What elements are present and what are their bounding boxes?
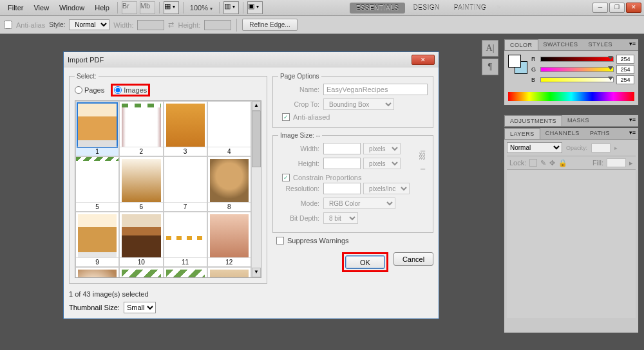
tab-layers[interactable]: LAYERS — [504, 128, 540, 139]
is-width-input — [323, 143, 361, 154]
g-label: G — [531, 66, 538, 73]
height-label: Height: — [178, 21, 200, 29]
panel-menu-icon[interactable]: ▾≡ — [627, 115, 638, 126]
dialog-title: Import PDF — [68, 56, 104, 64]
tab-swatches[interactable]: SWATCHES — [538, 39, 583, 50]
mode-label: Mode: — [278, 199, 319, 207]
fg-color-swatch[interactable] — [508, 55, 521, 68]
is-height-unit: pixels — [363, 158, 401, 169]
constrain-checkbox: ✓ — [282, 174, 290, 181]
menubar: Filter View Window Help Br Mb ▦ 100% ▥ ▣… — [0, 0, 644, 16]
color-panel: COLOR SWATCHES STYLES ▾≡ R 254 G 254 B 2… — [504, 39, 639, 106]
thumb-11[interactable]: 11 — [164, 212, 207, 267]
style-select[interactable]: Normal — [69, 19, 109, 30]
lock-move-icon[interactable]: ✥ — [549, 159, 555, 167]
b-value[interactable]: 254 — [616, 75, 634, 84]
crop-select: Bounding Box — [323, 98, 394, 110]
workspace-painting[interactable]: PAINTING — [448, 3, 493, 14]
select-legend: Select: — [75, 73, 99, 80]
zoom-level[interactable]: 100% — [190, 4, 213, 12]
lock-brush-icon[interactable]: ✎ — [540, 159, 546, 167]
tab-masks[interactable]: MASKS — [562, 115, 594, 126]
thumb-3[interactable]: 3 — [164, 101, 207, 156]
thumb-2[interactable]: 2 — [119, 101, 163, 156]
dialog-titlebar[interactable]: Import PDF ✕ — [64, 52, 439, 68]
window-close-button[interactable]: ✕ — [626, 3, 641, 13]
radio-pages[interactable]: Pages — [75, 86, 104, 94]
antialias-checkbox[interactable] — [4, 21, 12, 29]
suppress-label: Suppress Warnings — [287, 237, 349, 244]
radio-images[interactable]: Images — [114, 86, 147, 94]
window-minimize-button[interactable]: ─ — [592, 3, 608, 13]
tab-color[interactable]: COLOR — [504, 39, 538, 50]
thumb-6[interactable]: 6 — [119, 156, 163, 212]
panel-menu-icon[interactable]: ▾≡ — [627, 39, 638, 50]
layers-list — [507, 170, 636, 318]
thumbnail-grid: 1 2 3 4 5 6 7 8 9 10 11 12 — [75, 100, 261, 278]
menu-help[interactable]: Help — [90, 0, 115, 15]
character-panel-icon[interactable]: A| — [482, 40, 498, 57]
adjustments-panel: ADJUSTMENTS MASKS ▾≡ — [504, 115, 639, 127]
dialog-close-button[interactable]: ✕ — [412, 55, 435, 65]
is-width-unit: pixels — [363, 143, 401, 154]
refine-edge-button[interactable]: Refine Edge... — [242, 19, 297, 31]
b-slider[interactable] — [540, 77, 614, 82]
lock-all-icon[interactable]: 🔒 — [558, 159, 567, 167]
r-slider[interactable] — [540, 57, 614, 62]
thumb-1[interactable]: 1 — [75, 101, 119, 156]
ok-button[interactable]: OK — [345, 255, 385, 269]
thumb-extra[interactable] — [164, 267, 207, 277]
tab-adjustments[interactable]: ADJUSTMENTS — [504, 115, 562, 126]
separator — [183, 2, 184, 14]
thumb-9[interactable]: 9 — [75, 212, 119, 267]
color-spectrum[interactable] — [508, 92, 634, 101]
workspace-essentials[interactable]: ESSENTIALS — [350, 3, 406, 14]
blend-mode-select[interactable]: Normal — [507, 142, 562, 153]
tool-mb-icon[interactable]: Mb — [140, 1, 155, 14]
window-maximize-button[interactable]: ❐ — [609, 3, 625, 13]
width-label: Width: — [113, 21, 133, 29]
arrange-icon[interactable]: ▥ — [223, 1, 239, 14]
thumb-12[interactable]: 12 — [207, 212, 251, 267]
layers-panel: LAYERS CHANNELS PATHS ▾≡ Normal Opacity:… — [504, 127, 639, 333]
scroll-thumb[interactable] — [252, 111, 261, 167]
g-value[interactable]: 254 — [616, 65, 634, 74]
scroll-up-icon[interactable]: ▲ — [252, 101, 261, 111]
r-value[interactable]: 254 — [616, 55, 634, 64]
cancel-button[interactable]: Cancel — [393, 252, 433, 266]
lock-transparency-icon[interactable] — [529, 159, 537, 167]
thumb-extra[interactable] — [207, 267, 251, 277]
thumb-5[interactable]: 5 — [75, 156, 119, 212]
workspace-more-icon[interactable]: » — [494, 3, 503, 14]
menu-view[interactable]: View — [28, 0, 54, 15]
fg-bg-swatch[interactable] — [508, 55, 527, 74]
screen-mode-icon[interactable]: ▦ — [164, 1, 179, 14]
thumb-extra[interactable] — [75, 267, 119, 277]
page-options-fieldset: Page Options Name: Crop To: Bounding Box… — [272, 73, 433, 128]
thumb-4[interactable]: 4 — [207, 101, 251, 156]
menu-window[interactable]: Window — [54, 0, 90, 15]
thumb-8[interactable]: 8 — [207, 156, 251, 212]
tab-channels[interactable]: CHANNELS — [540, 128, 585, 139]
scroll-down-icon[interactable]: ▼ — [252, 268, 261, 277]
thumb-7[interactable]: 7 — [164, 156, 207, 212]
g-slider[interactable] — [540, 67, 614, 72]
paragraph-panel-icon[interactable]: ¶ — [482, 59, 498, 75]
extras-icon[interactable]: ▣ — [247, 1, 263, 14]
is-height-input — [323, 158, 361, 169]
thumb-10[interactable]: 10 — [119, 212, 163, 267]
separator — [243, 2, 243, 14]
tool-br-icon[interactable]: Br — [122, 1, 137, 14]
workspace-design[interactable]: DESIGN — [406, 3, 446, 14]
tab-styles[interactable]: STYLES — [583, 39, 618, 50]
thumb-scrollbar[interactable]: ▲ ▼ — [251, 101, 261, 277]
fill-caret-icon: ▸ — [629, 159, 633, 167]
window-controls: ─ ❐ ✕ — [592, 3, 641, 13]
thumb-extra[interactable] — [119, 267, 163, 277]
panel-menu-icon[interactable]: ▾≡ — [627, 128, 638, 139]
separator — [236, 19, 237, 32]
tab-paths[interactable]: PATHS — [585, 128, 615, 139]
thumb-size-select[interactable]: Small — [124, 302, 156, 313]
menu-filter[interactable]: Filter — [3, 0, 28, 15]
suppress-checkbox[interactable] — [276, 237, 284, 244]
